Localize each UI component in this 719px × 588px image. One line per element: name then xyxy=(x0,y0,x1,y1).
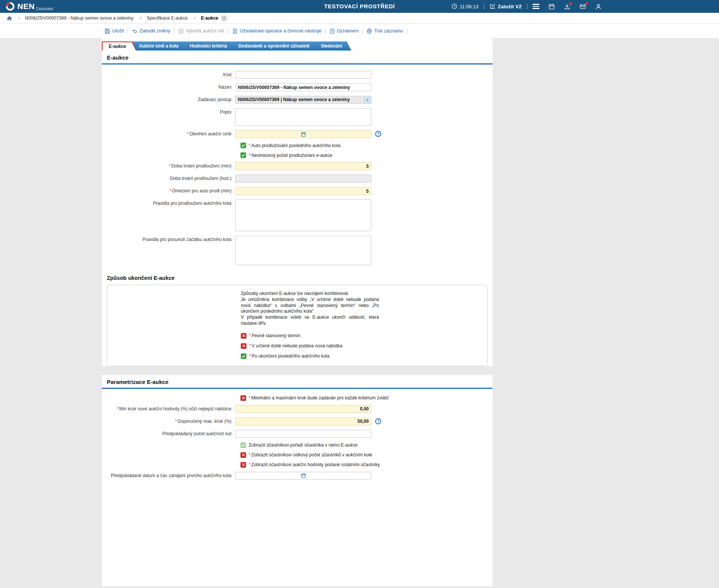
cb-label: *Auto prodlužování posledního aukčního k… xyxy=(249,143,340,148)
otevreni-label: *Otevření aukční síně: xyxy=(102,130,235,138)
tab-dodavatele[interactable]: Dodavatelé a oprávnění uživatelé xyxy=(232,41,319,51)
close-tab-icon[interactable] xyxy=(221,15,227,21)
form-row: Doba trvání prodloužení (hod.): xyxy=(102,175,493,183)
doba-min-input[interactable] xyxy=(235,162,371,170)
cb-neomezeny-pocet-row: *Neomezený počet prodlužování e-aukce xyxy=(240,152,493,158)
calendar-button[interactable] xyxy=(548,3,555,10)
toolbar-separator xyxy=(407,28,407,34)
form-row: Předpokládané datum a čas zahájení první… xyxy=(102,472,493,480)
form-row: *Doba trvání prodloužení (min): xyxy=(102,162,493,170)
check-icon xyxy=(241,153,245,157)
datepicker-icon[interactable] xyxy=(301,132,306,137)
form-row: Pravidla pro posunutí začátku aukčního k… xyxy=(102,236,493,265)
notice-icon xyxy=(329,28,335,34)
checkbox-checked[interactable] xyxy=(241,353,246,359)
notifications-button[interactable]: Oznámení xyxy=(326,28,363,34)
document-icon xyxy=(232,28,238,34)
create-auction-room-button: Vytvořit aukční síň xyxy=(174,28,228,34)
menu-icon[interactable] xyxy=(533,4,539,9)
x-icon xyxy=(242,344,246,348)
downloads-button[interactable] xyxy=(564,3,570,10)
user-operations-button[interactable]: Uživatelské operace a činnosti nástroje xyxy=(228,28,325,34)
breadcrumb-separator xyxy=(17,17,20,19)
header-separator xyxy=(484,3,484,9)
pocet-kol-label: Předpokládaný počet aukčních kol: xyxy=(102,430,235,438)
pravidla-prodlouzeni-label: Pravidla pro prodloužení aukčního kola: xyxy=(102,200,235,207)
pravidla-posunuti-label: Pravidla pro posunutí začátku aukčního k… xyxy=(102,236,235,244)
discard-label: Zahodit změny xyxy=(139,28,170,34)
form-row: *Omezení pro auto prodl (min): xyxy=(102,187,493,195)
x-icon xyxy=(242,463,245,467)
kod-label: Kód: xyxy=(102,71,235,79)
omezeni-input[interactable] xyxy=(235,187,371,195)
breadcrumb-procedure[interactable]: N006/25/V00007369 - Nákup semen ovoce a … xyxy=(24,15,134,21)
max-krok-input[interactable] xyxy=(235,418,371,425)
messages-button[interactable] xyxy=(579,3,586,10)
profile-button[interactable] xyxy=(595,3,602,10)
breadcrumb-specification[interactable]: Specifikace E-aukce xyxy=(146,15,189,21)
checkbox-unchecked[interactable] xyxy=(241,333,246,339)
min-krok-input[interactable] xyxy=(235,405,371,413)
cb-label: *Po ukončení posledního aukčního kola xyxy=(249,353,329,359)
check-icon xyxy=(241,443,245,447)
checkbox-checked[interactable] xyxy=(240,152,246,158)
create-vz-button[interactable]: Založit VZ xyxy=(490,3,522,9)
user-operations-label: Uživatelské operace a činnosti nástroje xyxy=(240,28,322,34)
breadcrumb-current[interactable]: E-aukce xyxy=(200,15,219,21)
header-separator xyxy=(527,3,527,9)
cb-pocet-ucastniku-row: *Zobrazit účastníkovi celkový počet účas… xyxy=(240,452,493,458)
checkbox-unchecked[interactable] xyxy=(240,452,246,458)
tab-aukcni-sine[interactable]: Aukční síně a kola xyxy=(132,41,188,51)
mail-badge xyxy=(585,2,588,5)
cb-label: *Zobrazit účastníkovi celkový počet účas… xyxy=(249,452,372,458)
popis-textarea[interactable] xyxy=(235,108,371,126)
home-icon[interactable] xyxy=(6,15,12,21)
checkbox-unchecked[interactable] xyxy=(241,343,246,349)
calendar-icon xyxy=(548,3,555,10)
doba-hod-label: Doba trvání prodloužení (hod.): xyxy=(102,175,235,183)
cb-po-ukonceni-row: *Po ukončení posledního aukčního kola xyxy=(241,353,487,359)
zpusob-info-text: Způsoby ukončení E-aukce lze navzájem ko… xyxy=(241,291,379,327)
print-record-button[interactable]: Tisk záznamu xyxy=(363,28,407,34)
parametrizace-panel: Parametrizace E-aukce *Minimální a maxim… xyxy=(102,375,493,586)
cb-aukcni-hodnoty-row: *Zobrazit účastníkovi aukční hodnoty pod… xyxy=(240,462,493,468)
cb-pevny-termin-row: *Pevně stanovený termín xyxy=(241,333,487,339)
max-krok-label: *Doporučený max. krok (%): xyxy=(102,418,235,425)
person-icon xyxy=(595,3,602,10)
datepicker-icon[interactable] xyxy=(301,473,306,478)
form-row: Kód: xyxy=(102,71,493,79)
zpusob-box: Způsoby ukončení E-aukce lze navzájem ko… xyxy=(107,285,488,366)
form-row: *Doporučený max. krok (%): ? xyxy=(102,418,493,425)
open-procedure-icon[interactable]: › xyxy=(364,97,371,103)
required-asterisk: * xyxy=(187,131,189,137)
save-button[interactable]: Uložit xyxy=(105,28,128,34)
panel-gap xyxy=(0,372,719,375)
checkbox-checked-disabled xyxy=(240,442,246,448)
tab-eaukce[interactable]: E-aukce xyxy=(102,41,137,51)
help-icon[interactable]: ? xyxy=(375,418,381,424)
undo-icon xyxy=(132,28,137,34)
tab-sledovani[interactable]: Sledování xyxy=(314,41,351,51)
tab-hodnotici-kriteria[interactable]: Hodnotící kritéria xyxy=(183,41,236,51)
pravidla-posunuti-textarea[interactable] xyxy=(235,236,371,265)
pravidla-prodlouzeni-textarea[interactable] xyxy=(235,200,371,231)
datum-zahajeni-label: Předpokládané datum a čas zahájení první… xyxy=(102,472,235,480)
clock-time: 11:06:13 xyxy=(460,4,479,9)
check-icon xyxy=(242,354,246,358)
form-row: Název: xyxy=(102,83,493,91)
checkbox-checked[interactable] xyxy=(240,143,246,148)
checkbox-unchecked[interactable] xyxy=(240,462,246,468)
help-icon[interactable]: ? xyxy=(375,131,381,137)
discard-changes-button[interactable]: Zahodit změny xyxy=(128,28,174,34)
pocet-kol-input[interactable] xyxy=(235,430,371,438)
create-room-icon xyxy=(178,28,184,34)
section-title-parametrizace: Parametrizace E-aukce xyxy=(102,375,493,389)
x-icon xyxy=(242,396,245,400)
form-row: Zadávací postup: N006/25/V00007369 | Nák… xyxy=(102,96,493,104)
kod-input[interactable] xyxy=(235,71,371,79)
nazev-input[interactable] xyxy=(235,83,371,91)
form-row: Předpokládaný počet aukčních kol: xyxy=(102,430,493,438)
cb-poradi-row: Zobrazit účastníkovi pořadí účastníka v … xyxy=(240,442,493,448)
eaukce-panel: E-aukce Aukční síně a kola Hodnotící kri… xyxy=(102,38,493,366)
checkbox-unchecked[interactable] xyxy=(240,395,246,401)
